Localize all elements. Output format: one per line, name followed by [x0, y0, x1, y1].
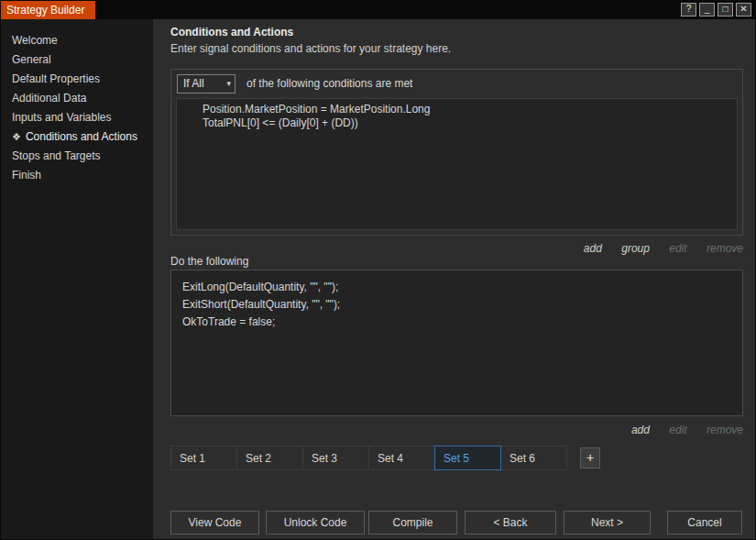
maximize-icon[interactable]: □	[718, 3, 733, 17]
close-icon[interactable]: ✕	[736, 3, 751, 17]
wizard-sidebar: Welcome General Default Properties Addit…	[1, 19, 153, 539]
cancel-button[interactable]: Cancel	[667, 511, 742, 534]
actions-list[interactable]: ExitLong(DefaultQuantity, "", ""); ExitS…	[170, 270, 743, 416]
tab-set-1[interactable]: Set 1	[170, 446, 237, 470]
window-title: Strategy Builder	[1, 1, 95, 19]
sidebar-item-finish[interactable]: Finish	[1, 166, 153, 185]
back-button[interactable]: < Back	[465, 511, 556, 534]
help-icon[interactable]: ?	[681, 3, 696, 17]
window-controls: ? _ □ ✕	[681, 3, 751, 17]
minimize-icon[interactable]: _	[699, 3, 715, 17]
action-line[interactable]: ExitLong(DefaultQuantity, "", "");	[182, 279, 742, 296]
tab-set-2[interactable]: Set 2	[236, 446, 303, 470]
strategy-builder-window: Strategy Builder ? _ □ ✕ Welcome General…	[0, 0, 756, 540]
set-tabs: Set 1 Set 2 Set 3 Set 4 Set 5 Set 6 +	[170, 445, 600, 470]
condition-add-link[interactable]: add	[584, 242, 602, 255]
sidebar-item-default-properties[interactable]: Default Properties	[1, 70, 153, 89]
compile-button[interactable]: Compile	[368, 511, 457, 534]
unlock-code-button[interactable]: Unlock Code	[266, 511, 365, 534]
condition-line[interactable]: TotalPNL[0] <= (Daily[0] + (DD))	[203, 116, 737, 130]
action-line[interactable]: OkToTrade = false;	[182, 314, 742, 331]
action-line[interactable]: ExitShort(DefaultQuantity, "", "");	[182, 296, 742, 314]
sidebar-item-additional-data[interactable]: Additional Data	[1, 89, 153, 108]
conditions-group: If All ▾ of the following conditions are…	[170, 69, 743, 236]
tab-set-5[interactable]: Set 5	[434, 446, 501, 470]
current-step-icon: ❖	[12, 131, 21, 142]
tab-set-3[interactable]: Set 3	[302, 446, 369, 470]
condition-group-link[interactable]: group	[621, 242, 650, 255]
sidebar-item-general[interactable]: General	[1, 50, 153, 70]
page-subtitle: Enter signal conditions and actions for …	[170, 42, 451, 55]
actions-links: add edit remove	[170, 424, 743, 436]
chevron-down-icon: ▾	[226, 75, 231, 93]
sidebar-item-stops-and-targets[interactable]: Stops and Targets	[1, 147, 153, 166]
condition-mode-suffix: of the following conditions are met	[247, 77, 412, 90]
conditions-list[interactable]: Position.MarketPosition = MarketPosition…	[176, 98, 738, 230]
condition-mode-dropdown[interactable]: If All ▾	[177, 74, 236, 94]
action-add-link[interactable]: add	[631, 424, 650, 436]
conditions-links: add group edit remove	[170, 242, 743, 255]
view-code-button[interactable]: View Code	[170, 511, 259, 534]
condition-edit-link: edit	[669, 242, 686, 255]
sidebar-item-welcome[interactable]: Welcome	[1, 31, 153, 50]
title-bar: Strategy Builder ? _ □ ✕	[1, 1, 755, 19]
page-title: Conditions and Actions	[170, 26, 293, 39]
condition-mode-value: If All	[183, 77, 204, 90]
condition-remove-link: remove	[707, 242, 743, 255]
condition-line[interactable]: Position.MarketPosition = MarketPosition…	[203, 103, 737, 116]
action-remove-link: remove	[707, 424, 743, 436]
sidebar-item-inputs-and-variables[interactable]: Inputs and Variables	[1, 108, 153, 127]
next-button[interactable]: Next >	[564, 511, 651, 534]
action-edit-link: edit	[669, 424, 686, 436]
sidebar-item-label: Conditions and Actions	[26, 130, 137, 143]
tab-set-4[interactable]: Set 4	[368, 446, 435, 470]
add-set-button[interactable]: +	[580, 447, 600, 468]
sidebar-item-conditions-and-actions[interactable]: ❖Conditions and Actions	[1, 127, 153, 147]
tab-set-6[interactable]: Set 6	[500, 446, 567, 470]
actions-label: Do the following	[170, 255, 248, 268]
